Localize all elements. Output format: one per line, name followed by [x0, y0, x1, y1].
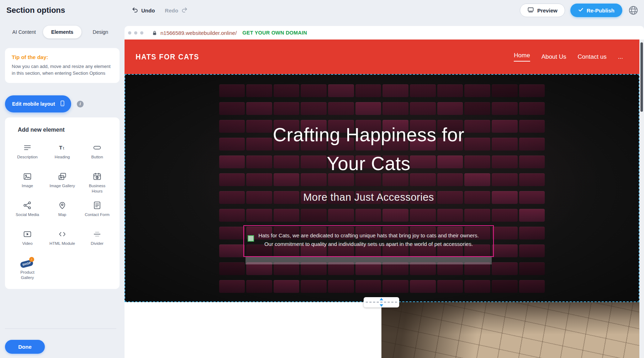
element-video[interactable]: Video [10, 226, 45, 255]
divider-icon [93, 229, 102, 239]
monitor-icon [527, 6, 534, 14]
lock-icon [152, 30, 157, 36]
element-image-gallery[interactable]: Image Gallery [45, 168, 80, 197]
business-hours-icon [93, 171, 102, 182]
tab-elements[interactable]: Elements [43, 26, 81, 38]
next-section-photo[interactable] [381, 302, 639, 358]
preview-button[interactable]: Preview [520, 4, 565, 17]
get-domain-link[interactable]: GET YOUR OWN DOMAIN [242, 30, 307, 36]
hero-heading[interactable]: Crafting Happiness for Your Cats [253, 120, 484, 178]
svg-text:t: t [63, 146, 64, 150]
browser-bar: n1566589.websitebuilder.online/ GET YOUR… [125, 26, 644, 40]
republish-label: Re-Publish [587, 7, 614, 14]
site-logo[interactable]: HATS FOR CATS [136, 37, 199, 76]
edit-mobile-label: Edit mobile layout [12, 101, 55, 107]
history-controls: Undo Redo [132, 0, 188, 21]
element-button[interactable]: Button [80, 139, 115, 168]
hero-section[interactable]: Crafting Happiness for Your Cats More th… [125, 74, 639, 302]
element-heading[interactable]: T t Heading [45, 139, 80, 168]
tab-ai-content[interactable]: AI Content [5, 26, 43, 38]
image-icon [23, 171, 32, 182]
site-header[interactable]: HATS FOR CATS Home About Us Contact us .… [125, 40, 639, 74]
check-icon [578, 7, 584, 14]
window-dot [128, 31, 131, 35]
sidebar-divider [5, 328, 116, 329]
heading-icon: T t [58, 142, 67, 153]
window-dot [134, 31, 137, 35]
add-element-title: Add new element [18, 127, 120, 133]
add-element-panel: Add new element Description T t Heading [5, 117, 120, 289]
nav-contact-us[interactable]: Contact us [578, 53, 607, 60]
element-contact-form[interactable]: Contact Form [80, 197, 115, 226]
undo-icon [132, 6, 138, 14]
arrow-up-icon [380, 298, 383, 300]
sidebar-tabs: AI Content Elements Design [5, 26, 120, 38]
hero-paragraph: Hats for Cats, we are dedicated to craft… [244, 226, 493, 248]
svg-text:T: T [59, 144, 62, 151]
phone-icon [59, 100, 65, 107]
tip-title: Tip of the day: [12, 54, 113, 60]
selected-paragraph-element[interactable]: Hats for Cats, we are dedicated to craft… [243, 225, 494, 257]
element-description[interactable]: Description [10, 139, 45, 168]
nav-about-us[interactable]: About Us [542, 53, 566, 60]
green-resize-handle[interactable] [248, 235, 254, 242]
redo-label: Redo [165, 7, 178, 14]
info-icon[interactable]: i [77, 101, 84, 107]
video-icon [23, 229, 32, 239]
preview-label: Preview [537, 7, 558, 14]
element-map[interactable]: Map [45, 197, 80, 226]
element-ghost-bar [246, 256, 492, 264]
edit-mobile-layout-button[interactable]: Edit mobile layout [5, 95, 71, 112]
nav-home[interactable]: Home [514, 52, 530, 62]
element-image[interactable]: Image [10, 168, 45, 197]
tip-body: Now you can add, move and resize any ele… [12, 63, 113, 77]
nav-more[interactable]: ... [618, 53, 623, 60]
description-icon [23, 142, 32, 153]
upgrade-badge-icon: ↑ [29, 257, 34, 262]
element-html-module[interactable]: HTML Module [45, 226, 80, 255]
button-icon [93, 142, 102, 153]
topbar: Section options Undo Redo [0, 0, 644, 21]
element-divider[interactable]: Divider [80, 226, 115, 255]
tab-design[interactable]: Design [81, 26, 120, 38]
sidebar: AI Content Elements Design Tip of the da… [0, 21, 125, 358]
tip-of-the-day-card: Tip of the day: Now you can add, move an… [5, 48, 120, 83]
hero-subheading[interactable]: More than Just Accessories [125, 191, 613, 203]
section-resize-handle[interactable] [364, 297, 399, 307]
window-dots [128, 31, 143, 35]
element-grid: Description T t Heading Button [10, 139, 120, 284]
page-title: Section options [6, 0, 65, 21]
window-dot [140, 31, 143, 35]
map-icon [58, 200, 67, 211]
contact-form-icon [93, 200, 102, 211]
html-module-icon [58, 229, 67, 239]
arrow-down-icon [380, 304, 383, 307]
hero-content: Crafting Happiness for Your Cats More th… [125, 74, 613, 302]
next-section-white[interactable] [125, 302, 381, 358]
redo-icon [181, 6, 188, 14]
topbar-actions: Preview Re-Publish [520, 0, 639, 21]
done-button[interactable]: Done [5, 340, 45, 354]
republish-button[interactable]: Re-Publish [570, 4, 622, 17]
undo-label: Undo [141, 7, 155, 14]
undo-button[interactable]: Undo [132, 6, 155, 14]
image-gallery-icon [58, 171, 67, 182]
product-gallery-icon: SHOP ↑ [20, 258, 35, 268]
site-url[interactable]: n1566589.websitebuilder.online/ [160, 30, 237, 36]
redo-button[interactable]: Redo [165, 6, 188, 14]
social-media-icon [23, 200, 32, 211]
site-nav: Home About Us Contact us ... [514, 40, 623, 74]
language-globe-icon[interactable] [628, 5, 639, 16]
resize-dashed-line [366, 302, 397, 302]
element-product-gallery[interactable]: SHOP ↑ Product Gallery [10, 255, 45, 284]
scrollbar-track [639, 40, 644, 358]
element-business-hours[interactable]: Business Hours [80, 168, 115, 197]
element-social-media[interactable]: Social Media [10, 197, 45, 226]
scrollbar-thumb[interactable] [640, 42, 643, 112]
